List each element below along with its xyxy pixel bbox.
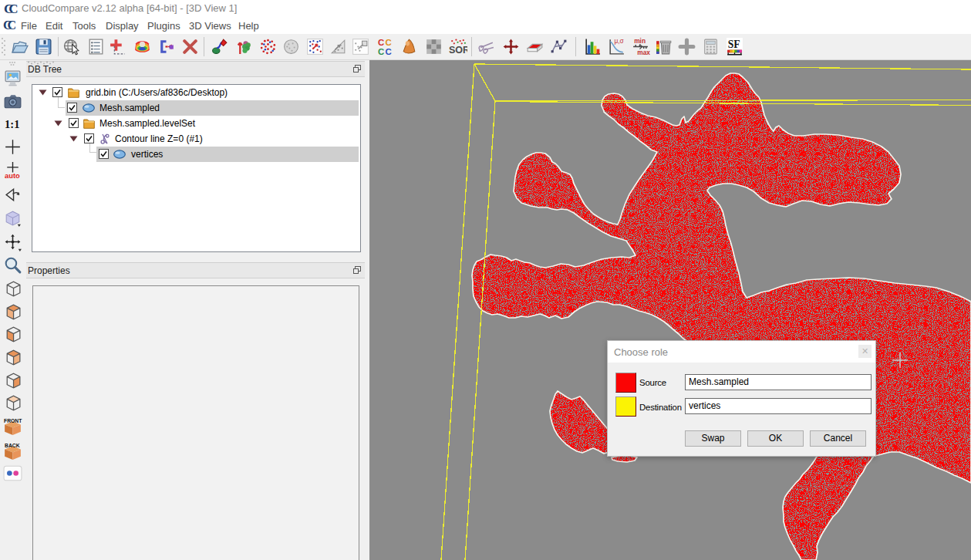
svg-text:1:1: 1:1 xyxy=(5,118,19,130)
svg-text:min: min xyxy=(634,37,646,45)
svg-text:SF: SF xyxy=(728,39,740,50)
svg-text:C: C xyxy=(385,38,391,47)
svg-text:max: max xyxy=(637,49,650,56)
svg-text:μ,σ: μ,σ xyxy=(614,37,624,45)
svg-text:BACK: BACK xyxy=(5,443,20,448)
svg-text:C: C xyxy=(378,47,384,56)
svg-text:C: C xyxy=(378,38,384,47)
svg-text:FRONT: FRONT xyxy=(4,418,22,423)
svg-text:C: C xyxy=(385,47,391,56)
svg-text:SOR: SOR xyxy=(449,45,467,56)
svg-text:auto: auto xyxy=(5,172,20,180)
